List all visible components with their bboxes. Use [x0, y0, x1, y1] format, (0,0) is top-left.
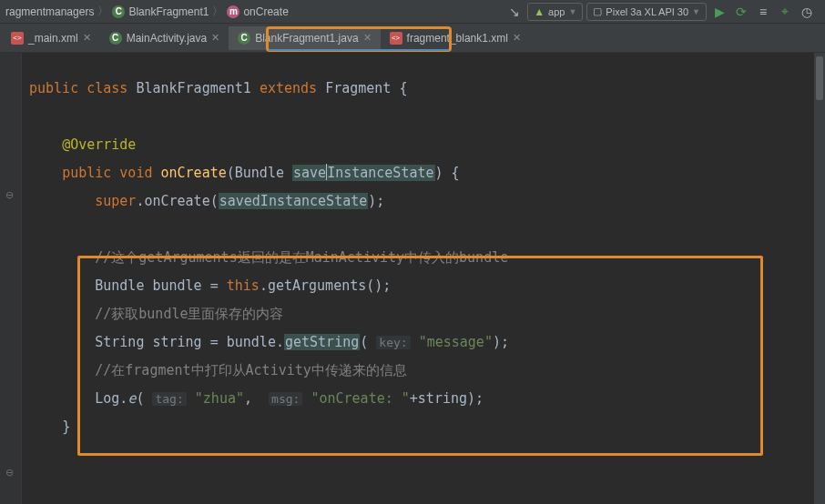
device-combo[interactable]: ▢ Pixel 3a XL API 30 ▼ — [586, 3, 707, 21]
apply-code-button[interactable]: ≡ — [754, 3, 772, 21]
close-icon[interactable]: ✕ — [83, 32, 91, 44]
tab-fragment-blank1-xml[interactable]: <> fragment_blank1.xml ✕ — [381, 26, 530, 50]
tab-label: MainActivity.java — [127, 32, 207, 45]
apply-changes-button[interactable]: ⟳ — [732, 3, 750, 21]
profiler-button[interactable]: ◷ — [798, 3, 816, 21]
close-icon[interactable]: ✕ — [513, 32, 521, 44]
override-gutter-icon[interactable]: ⊖ — [5, 189, 14, 201]
xml-icon: <> — [11, 32, 24, 45]
android-icon: ▲ — [534, 5, 545, 18]
vertical-scrollbar[interactable] — [814, 53, 825, 504]
scrollbar-thumb[interactable] — [816, 56, 823, 100]
crumb-class[interactable]: BlankFragment1 — [128, 5, 209, 18]
top-toolbar: ragmentmanagers 〉 CBlankFragment1 〉 monC… — [0, 0, 825, 24]
tab-blankfragment1[interactable]: C BlankFragment1.java ✕ — [229, 26, 380, 50]
chevron-down-icon: ▼ — [692, 7, 700, 16]
run-config-label: app — [548, 6, 565, 17]
param-hint-tag: tag: — [152, 392, 186, 406]
chevron-down-icon: ▼ — [568, 7, 576, 16]
code-editor[interactable]: public class BlankFragment1 extends Frag… — [22, 53, 825, 504]
editor-gutter[interactable]: ⊖ ⊖ — [0, 53, 22, 504]
param-hint-key: key: — [376, 336, 410, 349]
close-icon[interactable]: ✕ — [211, 32, 219, 44]
device-icon: ▢ — [593, 5, 602, 17]
tab-mainactivity[interactable]: C MainActivity.java ✕ — [100, 26, 229, 50]
param-highlight: saveInstanceState — [292, 165, 435, 181]
breadcrumb[interactable]: ragmentmanagers 〉 CBlankFragment1 〉 monC… — [5, 4, 289, 19]
debug-button[interactable]: ⌖ — [776, 3, 794, 21]
tab-label: fragment_blank1.xml — [407, 32, 508, 45]
build-hammer-icon[interactable]: ↘ — [505, 3, 524, 21]
active-tab-underline — [269, 49, 449, 51]
close-icon[interactable]: ✕ — [363, 32, 372, 44]
crumb-sep-icon: 〉 — [212, 4, 223, 19]
run-config-combo[interactable]: ▲ app ▼ — [527, 3, 583, 21]
param-hint-msg: msg: — [269, 392, 302, 406]
crumb-method[interactable]: onCreate — [243, 5, 288, 18]
method-icon: m — [227, 5, 239, 18]
run-button[interactable]: ▶ — [710, 3, 728, 21]
collapse-gutter-icon[interactable]: ⊖ — [5, 467, 14, 479]
tab-label: BlankFragment1.java — [255, 32, 358, 45]
xml-icon: <> — [390, 32, 402, 45]
crumb-package[interactable]: ragmentmanagers — [5, 5, 94, 18]
device-label: Pixel 3a XL API 30 — [606, 6, 688, 17]
class-icon: C — [109, 32, 122, 45]
tab-main-xml[interactable]: <> _main.xml ✕ — [2, 26, 100, 50]
class-icon: C — [112, 5, 125, 18]
crumb-sep-icon: 〉 — [97, 4, 108, 19]
tab-label: _main.xml — [28, 32, 78, 45]
run-toolbar: ↘ ▲ app ▼ ▢ Pixel 3a XL API 30 ▼ ▶ ⟳ ≡ ⌖… — [505, 3, 820, 21]
class-icon: C — [238, 32, 250, 45]
